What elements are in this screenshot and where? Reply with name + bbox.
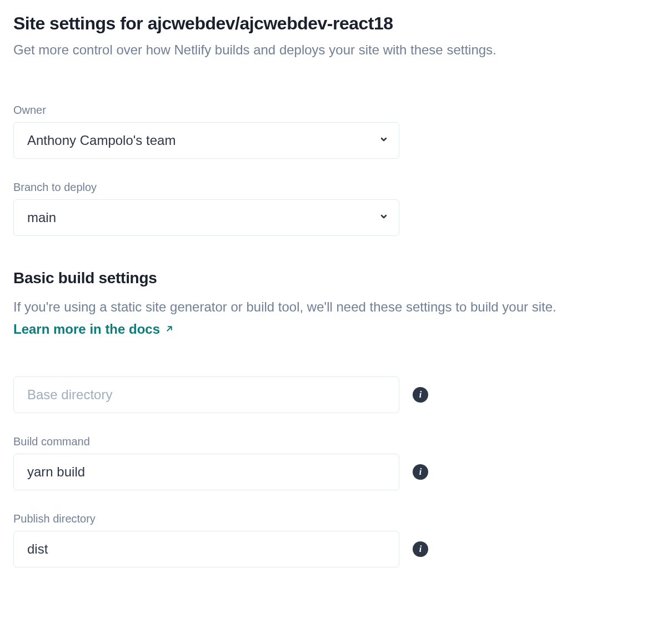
learn-more-link[interactable]: Learn more in the docs xyxy=(13,318,174,341)
external-link-icon xyxy=(164,318,174,341)
info-icon[interactable]: i xyxy=(413,541,428,557)
info-icon[interactable]: i xyxy=(413,387,428,403)
info-icon[interactable]: i xyxy=(413,464,428,480)
build-command-group: Build command i xyxy=(13,435,659,490)
page-title: Site settings for ajcwebdev/ajcwebdev-re… xyxy=(13,13,659,34)
base-directory-input[interactable] xyxy=(13,376,399,413)
build-command-input[interactable] xyxy=(13,454,399,490)
owner-select-value: Anthony Campolo's team xyxy=(27,133,175,148)
build-section-description: If you're using a static site generator … xyxy=(13,296,659,341)
owner-select[interactable]: Anthony Campolo's team xyxy=(13,122,399,159)
build-command-label: Build command xyxy=(13,435,659,448)
owner-label: Owner xyxy=(13,104,659,117)
learn-more-label: Learn more in the docs xyxy=(13,318,160,341)
owner-field-group: Owner Anthony Campolo's team xyxy=(13,104,659,159)
branch-select[interactable]: main xyxy=(13,199,399,236)
branch-select-value: main xyxy=(27,210,56,225)
branch-field-group: Branch to deploy main xyxy=(13,181,659,236)
page-subtitle: Get more control over how Netlify builds… xyxy=(13,41,659,59)
publish-directory-label: Publish directory xyxy=(13,513,659,525)
build-section-title: Basic build settings xyxy=(13,269,659,287)
branch-label: Branch to deploy xyxy=(13,181,659,194)
publish-directory-input[interactable] xyxy=(13,531,399,567)
build-section-description-text: If you're using a static site generator … xyxy=(13,299,556,314)
base-directory-group: i xyxy=(13,376,659,413)
publish-directory-group: Publish directory i xyxy=(13,513,659,567)
